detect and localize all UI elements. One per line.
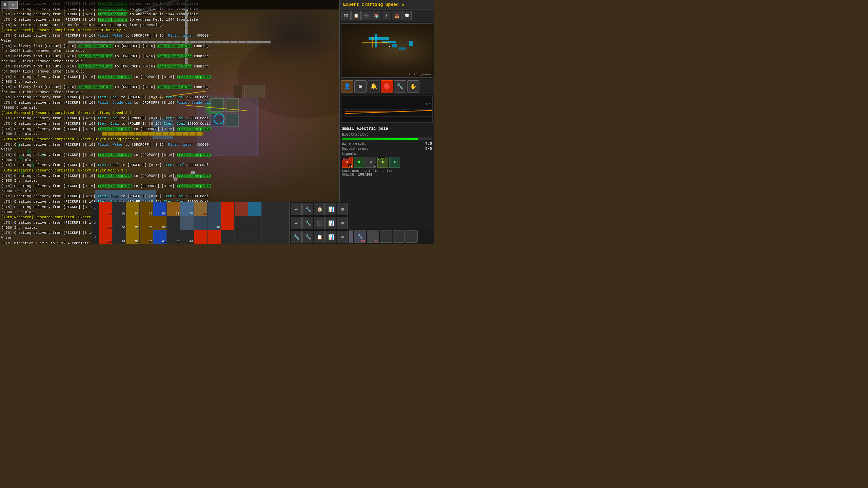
hotbar-item-count-1-4: 61 xyxy=(162,240,166,243)
hotbar-item-count-3-2: 50 xyxy=(135,226,139,229)
hand-icon[interactable]: ✋ xyxy=(407,80,419,93)
rp-export-icon[interactable]: 📤 xyxy=(392,11,401,20)
hotbar-item-1-6[interactable]: 44 xyxy=(180,230,194,244)
rp-map-icon[interactable]: 🗺 xyxy=(341,11,351,20)
electricity-row: Electricity: xyxy=(342,133,432,137)
hotbar-item-1-9[interactable] xyxy=(221,230,235,244)
hotbar-item-3-12[interactable] xyxy=(262,216,275,230)
hotbar-item-2-1[interactable]: 50 xyxy=(113,202,126,216)
hotbar-item-2-11[interactable] xyxy=(248,202,262,216)
hotbar-item-count-2-0: -206 xyxy=(104,212,112,216)
signal-icons: ■ 400k 24 ■ # 1 ■ 299k xyxy=(342,157,432,168)
electricity-label: Electricity: xyxy=(342,133,369,137)
hotbar-item-2-10[interactable] xyxy=(235,202,248,216)
settings-icon[interactable]: ⚙ xyxy=(354,80,367,93)
rp-add-icon[interactable]: ➕ xyxy=(361,11,371,20)
action-btn-2-3[interactable]: 📊 xyxy=(326,203,336,215)
hotbar-item-2-4[interactable]: 50 xyxy=(153,202,167,216)
hotbar-item-3-8[interactable]: 20 xyxy=(208,216,221,230)
right-panel: Expert Crafting Speed 5 🗺 📋 ➕ 📚 ⬇ 📤 💬 tr… xyxy=(339,0,434,244)
hotbar-item-3-10[interactable] xyxy=(235,216,248,230)
hotbar-item-2-5[interactable]: 91 xyxy=(167,202,180,216)
rp-chat-icon[interactable]: 💬 xyxy=(402,11,412,20)
action-btn-3-1[interactable]: 🔧 xyxy=(302,217,313,229)
wrench-icon[interactable]: 🔧 xyxy=(394,80,406,93)
hotbar-item-3-6[interactable] xyxy=(180,216,194,230)
hotbar-item-1-4[interactable]: 61 xyxy=(153,230,167,244)
hotbar-item-count-2-5: 91 xyxy=(176,212,179,216)
hotbar-item-3-0[interactable]: -100 xyxy=(99,216,113,230)
rp-bottom-icon-5[interactable] xyxy=(393,230,405,243)
action-btn-3-3[interactable]: 📊 xyxy=(326,217,336,229)
action-btn-1-2[interactable]: 📋 xyxy=(314,231,325,243)
map-button[interactable]: ☰ xyxy=(1,1,9,9)
action-btn-1-0[interactable]: 🔧 xyxy=(291,231,302,243)
hotbar-item-3-11[interactable] xyxy=(248,216,262,230)
hotbar-item-1-13[interactable] xyxy=(275,230,289,244)
hotbar-item-1-7[interactable] xyxy=(194,230,208,244)
action-btn-2-0[interactable]: ↩ xyxy=(291,203,302,215)
rp-bottom-icon-4[interactable] xyxy=(380,230,392,243)
alert-icon[interactable]: 🔔 xyxy=(368,80,380,93)
hotbar-item-1-3[interactable]: 53 xyxy=(140,230,153,244)
hotbar-item-2-6[interactable]: 79 xyxy=(180,202,194,216)
hotbar-item-2-7[interactable]: -18 xyxy=(194,202,208,216)
health-value: 100/100 xyxy=(358,173,372,177)
hotbar-item-2-2[interactable]: 50 xyxy=(126,202,140,216)
action-btn-2-2[interactable]: 🏠 xyxy=(314,203,325,215)
hotbar-item-2-9[interactable] xyxy=(221,202,235,216)
hotbar-item-2-0[interactable]: -206 xyxy=(99,202,113,216)
rp-tech-icon[interactable]: 📚 xyxy=(372,11,381,20)
hotbar-item-1-11[interactable] xyxy=(248,230,262,244)
hotbar-item-count-3-4: 50 xyxy=(162,226,166,229)
hotbar-item-3-7[interactable] xyxy=(194,216,208,230)
action-btn-1-3[interactable]: 📊 xyxy=(326,231,336,243)
rp-bottom-icon-2[interactable]: 🔧 -186 xyxy=(354,230,366,243)
hotbar-items-2: -206505066509179-18 xyxy=(99,202,289,216)
hotbar-item-1-0[interactable]: -340 xyxy=(99,230,113,244)
action-btn-3-4[interactable]: ⊞ xyxy=(337,217,348,229)
hotbar-item-count-1-6: 44 xyxy=(189,240,193,243)
action-btn-3-2[interactable]: ⬛ xyxy=(314,217,325,229)
options-button[interactable]: OP xyxy=(9,1,18,9)
character-icon[interactable]: 👤 xyxy=(341,80,353,93)
red-icon[interactable]: 🔴 xyxy=(381,80,393,93)
action-btn-2-4[interactable]: ⊞ xyxy=(337,203,348,215)
action-btn-1-1[interactable]: 🔧 xyxy=(302,231,313,243)
hotbar-item-1-8[interactable] xyxy=(208,230,221,244)
supply-area-value: 5×5 xyxy=(425,147,432,151)
hotbar-item-3-3[interactable]: 50 xyxy=(140,216,153,230)
entity-info: Small electric pole Electricity: Wire re… xyxy=(340,124,434,229)
hotbar-item-2-3[interactable]: 66 xyxy=(140,202,153,216)
hotbar-item-3-4[interactable]: 50 xyxy=(153,216,167,230)
signal-icon-red: ■ 400k 24 xyxy=(342,157,353,168)
rp-bottom-icon-6[interactable] xyxy=(406,230,418,243)
last-user-value: triffid_hunter xyxy=(364,169,393,173)
hotbar-item-1-12[interactable] xyxy=(262,230,275,244)
hotbar-item-count-2-1: 50 xyxy=(121,212,125,216)
hotbar-item-3-2[interactable]: 50 xyxy=(126,216,140,230)
hotbar-item-1-1[interactable]: 94 xyxy=(113,230,126,244)
rp-down-icon[interactable]: ⬇ xyxy=(382,11,391,20)
hotbar-item-1-5[interactable]: 46 xyxy=(167,230,180,244)
hotbar-item-3-9[interactable] xyxy=(221,216,235,230)
hotbar-item-1-10[interactable] xyxy=(235,230,248,244)
hotbar-item-2-8[interactable] xyxy=(208,202,221,216)
action-btn-1-4[interactable]: ⊞ xyxy=(337,231,348,243)
hotbar-item-3-1[interactable]: 50 xyxy=(113,216,126,230)
action-btn-3-0[interactable]: ↩ xyxy=(291,217,302,229)
rp-toolbar: 🗺 📋 ➕ 📚 ⬇ 📤 💬 xyxy=(340,9,434,22)
wire-reach-label: Wire reach: xyxy=(342,142,367,146)
hotbar-row-2: 2-206505066509179-18↩🔧🏠📊⊞ xyxy=(92,202,349,216)
hotbar-item-3-5[interactable] xyxy=(167,216,180,230)
action-btn-2-1[interactable]: 🔧 xyxy=(302,203,313,215)
hotbar-item-count-2-2: 50 xyxy=(135,212,139,216)
hotbar-item-count-3-0: -100 xyxy=(104,226,112,229)
hotbar-item-1-2[interactable]: 52 xyxy=(126,230,140,244)
hotbar-item-2-12[interactable] xyxy=(262,202,275,216)
hotbar-item-3-13[interactable] xyxy=(275,216,289,230)
rp-list-icon[interactable]: 📋 xyxy=(351,11,361,20)
rp-bottom-icon-3[interactable]: ⬛ -69 xyxy=(367,230,379,243)
hotbar-item-2-13[interactable] xyxy=(275,202,289,216)
last-user-row: Last user: triffid_hunter xyxy=(342,169,432,173)
